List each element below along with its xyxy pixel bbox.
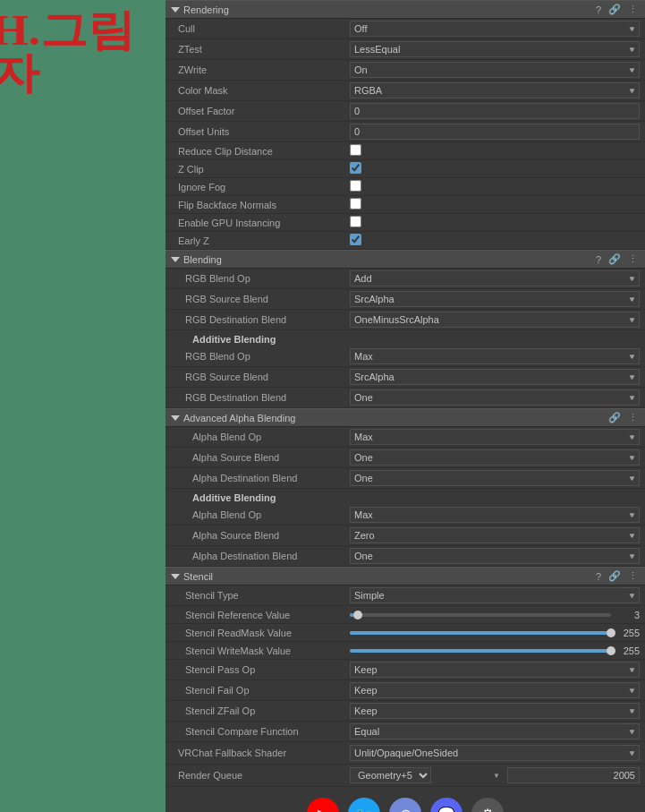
gpu-instancing-row: Enable GPU Instancing (165, 214, 645, 232)
rgb-blend-op-dropdown[interactable]: Add▼ (350, 270, 640, 286)
rgb-dest-blend-add-value[interactable]: One▼ (350, 389, 640, 406)
stencil-type-value[interactable]: Simple▼ (350, 587, 640, 603)
rgb-dest-blend-add-row: RGB Destination Blend One▼ (165, 388, 645, 408)
stencil-readmask-value: 255 (615, 628, 640, 638)
fallback-shader-value: Unlit/Opaque/OneSided▼ (350, 745, 640, 761)
ztest-value[interactable]: LessEqual▼ (350, 41, 640, 57)
fallback-shader-dropdown[interactable]: Unlit/Opaque/OneSided▼ (350, 745, 640, 761)
alpha-source-blend-dropdown[interactable]: One▼ (350, 449, 640, 466)
rgb-dest-blend-dropdown[interactable]: OneMinusSrcAlpha▼ (350, 312, 640, 328)
adv-alpha-link-icon[interactable]: 🔗 (607, 412, 623, 423)
alpha-dest-blend-add-dropdown[interactable]: One▼ (350, 548, 640, 564)
alpha-dest-blend-dropdown[interactable]: One▼ (350, 470, 640, 486)
adv-alpha-title: Advanced Alpha Blending (183, 413, 295, 423)
stencil-writemask-slider[interactable] (350, 649, 611, 653)
ignore-fog-label: Ignore Fog (171, 182, 350, 192)
render-queue-select[interactable]: Geometry+5 (350, 767, 431, 783)
alpha-dest-blend-add-value[interactable]: One▼ (350, 548, 640, 564)
alpha-source-blend-add-value[interactable]: Zero▼ (350, 527, 640, 543)
stencil-fail-op-dropdown[interactable]: Keep▼ (350, 682, 640, 698)
menu-icon[interactable]: ⋮ (626, 4, 640, 15)
zclip-checkbox[interactable] (350, 162, 361, 174)
adv-alpha-menu-icon[interactable]: ⋮ (626, 412, 640, 423)
ignore-fog-checkbox[interactable] (350, 180, 361, 192)
color-mask-dropdown[interactable]: RGBA▼ (350, 82, 640, 98)
stencil-menu-icon[interactable]: ⋮ (626, 570, 640, 582)
stencil-writemask-slider-container[interactable]: 255 (350, 645, 640, 656)
stencil-section-header[interactable]: Stencil ? 🔗 ⋮ (165, 567, 645, 585)
stencil-readmask-slider[interactable] (350, 631, 611, 635)
cull-value[interactable]: Off▼ (350, 21, 640, 37)
ztest-dropdown[interactable]: LessEqual▼ (350, 41, 640, 57)
alpha-source-blend-add-dropdown[interactable]: Zero▼ (350, 527, 640, 543)
zwrite-dropdown[interactable]: On▼ (350, 62, 640, 78)
rgb-source-blend-value[interactable]: SrcAlpha▼ (350, 291, 640, 307)
early-z-checkbox[interactable] (350, 234, 361, 245)
alpha-source-blend-value[interactable]: One▼ (350, 449, 640, 466)
stencil-zfail-op-value[interactable]: Keep▼ (350, 703, 640, 719)
rgb-source-blend-dropdown[interactable]: SrcAlpha▼ (350, 291, 640, 307)
discord-alt-icon[interactable]: ⊕ (389, 798, 421, 812)
additive-alpha-blending-label: Additive Blending (165, 489, 645, 505)
cull-row: Cull Off▼ (165, 19, 645, 39)
render-queue-input[interactable] (507, 767, 640, 783)
offset-factor-label: Offset Factor (171, 106, 350, 116)
stencil-link-icon[interactable]: 🔗 (607, 570, 623, 582)
stencil-ref-slider[interactable] (350, 613, 611, 617)
blending-link-icon[interactable]: 🔗 (607, 253, 623, 265)
stencil-zfail-op-dropdown[interactable]: Keep▼ (350, 703, 640, 719)
blending-help-icon[interactable]: ? (594, 254, 603, 265)
twitter-icon[interactable]: 🐦 (348, 798, 380, 812)
blending-section-header[interactable]: Blending ? 🔗 ⋮ (165, 250, 645, 269)
alpha-blend-op-dropdown[interactable]: Max▼ (350, 429, 640, 445)
stencil-fail-op-value[interactable]: Keep▼ (350, 682, 640, 698)
rendering-section-header[interactable]: Rendering ? 🔗 ⋮ (165, 0, 645, 19)
cull-dropdown[interactable]: Off▼ (350, 21, 640, 37)
stencil-ref-slider-container[interactable]: 3 (350, 610, 640, 620)
stencil-type-dropdown[interactable]: Simple▼ (350, 587, 640, 603)
stencil-help-icon[interactable]: ? (594, 571, 603, 582)
offset-units-input[interactable] (350, 124, 640, 140)
advanced-alpha-section-header[interactable]: Advanced Alpha Blending 🔗 ⋮ (165, 408, 645, 427)
stencil-fail-op-label: Stencil Fail Op (171, 685, 350, 696)
alpha-blend-op-label: Alpha Blend Op (171, 432, 350, 442)
alpha-blend-op-add-value[interactable]: Max▼ (350, 507, 640, 523)
stencil-readmask-slider-container[interactable]: 255 (350, 628, 640, 638)
stencil-pass-op-value[interactable]: Keep▼ (350, 662, 640, 678)
cull-label: Cull (171, 23, 350, 34)
link-icon[interactable]: 🔗 (607, 4, 623, 15)
rgb-source-blend-label: RGB Source Blend (171, 294, 350, 304)
rgb-blend-op-add-value[interactable]: Max▼ (350, 348, 640, 364)
stencil-title: Stencil (183, 571, 213, 582)
rgb-source-blend-add-label: RGB Source Blend (171, 372, 350, 382)
rgb-source-blend-add-dropdown[interactable]: SrcAlpha▼ (350, 369, 640, 385)
rgb-dest-blend-value[interactable]: OneMinusSrcAlpha▼ (350, 312, 640, 328)
flip-backface-label: Flip Backface Normals (171, 200, 350, 210)
github-icon[interactable]: ⚙ (471, 798, 504, 812)
zwrite-value[interactable]: On▼ (350, 62, 640, 78)
reduce-clip-checkbox[interactable] (350, 144, 361, 156)
gpu-instancing-checkbox[interactable] (350, 216, 361, 227)
flip-backface-checkbox[interactable] (350, 198, 361, 209)
alpha-dest-blend-value[interactable]: One▼ (350, 470, 640, 486)
alpha-blend-op-add-dropdown[interactable]: Max▼ (350, 507, 640, 523)
color-mask-value[interactable]: RGBA▼ (350, 82, 640, 98)
render-queue-label: Render Queue (171, 770, 350, 781)
stencil-pass-op-dropdown[interactable]: Keep▼ (350, 662, 640, 678)
rgb-blend-op-value[interactable]: Add▼ (350, 270, 640, 286)
rgb-dest-blend-add-dropdown[interactable]: One▼ (350, 389, 640, 406)
rgb-blend-op-add-dropdown[interactable]: Max▼ (350, 348, 640, 364)
rgb-source-blend-add-value[interactable]: SrcAlpha▼ (350, 369, 640, 385)
stencil-compare-func-value[interactable]: Equal▼ (350, 723, 640, 739)
blending-menu-icon[interactable]: ⋮ (626, 253, 640, 265)
help-icon[interactable]: ? (594, 4, 603, 15)
render-queue-row: Render Queue Geometry+5 (165, 765, 645, 787)
stencil-writemask-value: 255 (615, 645, 640, 656)
alpha-blend-op-value[interactable]: Max▼ (350, 429, 640, 445)
stencil-compare-func-dropdown[interactable]: Equal▼ (350, 723, 640, 739)
color-mask-label: Color Mask (171, 85, 350, 96)
offset-factor-input[interactable] (350, 103, 640, 119)
youtube-icon[interactable]: ▶ (307, 798, 339, 812)
discord-icon[interactable]: 💬 (430, 798, 463, 812)
alpha-blend-op-add-row: Alpha Blend Op Max▼ (165, 505, 645, 526)
